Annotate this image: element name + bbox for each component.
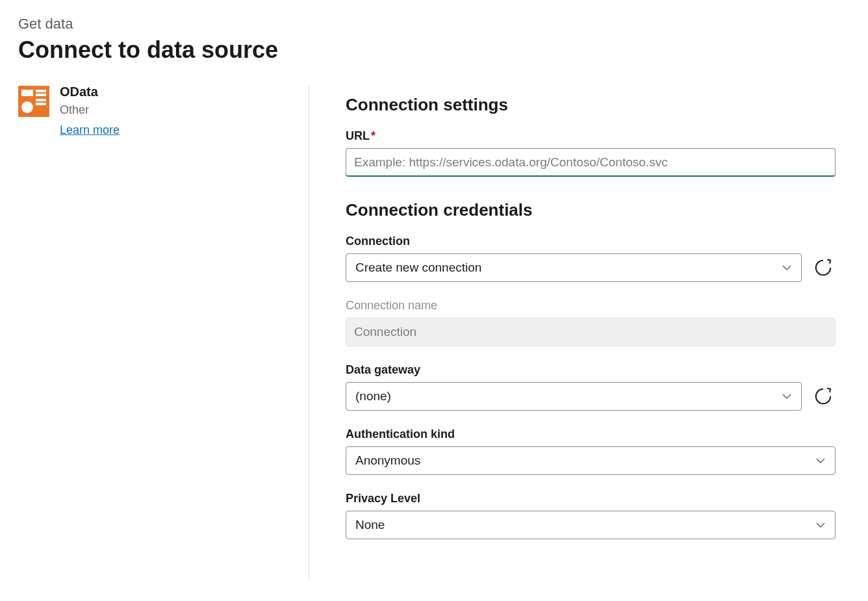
breadcrumb: Get data xyxy=(18,16,850,32)
connection-refresh-button[interactable] xyxy=(811,255,836,280)
privacy-level-select[interactable]: None xyxy=(346,511,836,539)
chevron-down-icon xyxy=(815,520,826,530)
chevron-down-icon xyxy=(782,391,792,402)
connection-settings-heading: Connection settings xyxy=(346,95,836,115)
svg-point-6 xyxy=(21,101,33,113)
auth-kind-label: Authentication kind xyxy=(346,428,836,441)
connector-category: Other xyxy=(60,103,120,117)
refresh-icon xyxy=(813,258,833,277)
connection-name-label: Connection name xyxy=(346,299,836,313)
form-panel: Connection settings URL* Connection cred… xyxy=(309,86,850,580)
url-label: URL* xyxy=(346,129,836,143)
svg-rect-3 xyxy=(36,94,46,96)
learn-more-link[interactable]: Learn more xyxy=(60,123,120,137)
connection-select[interactable]: Create new connection xyxy=(346,253,802,282)
svg-rect-4 xyxy=(36,99,46,101)
data-gateway-refresh-button[interactable] xyxy=(811,384,836,409)
connector-name: OData xyxy=(60,84,120,99)
connection-name-input xyxy=(346,318,836,346)
connector-panel: OData Other Learn more xyxy=(18,86,309,580)
url-input[interactable] xyxy=(346,148,836,177)
connection-credentials-heading: Connection credentials xyxy=(346,200,836,220)
page-title: Connect to data source xyxy=(18,36,850,64)
auth-kind-select[interactable]: Anonymous xyxy=(346,446,836,475)
privacy-level-select-value: None xyxy=(355,518,385,532)
connection-label: Connection xyxy=(346,235,836,248)
data-gateway-select-value: (none) xyxy=(355,389,391,403)
data-gateway-select[interactable]: (none) xyxy=(346,382,802,411)
required-indicator: * xyxy=(371,129,376,142)
data-gateway-label: Data gateway xyxy=(346,363,836,377)
refresh-icon xyxy=(813,387,833,406)
auth-kind-select-value: Anonymous xyxy=(355,454,420,468)
svg-rect-2 xyxy=(36,90,46,92)
svg-rect-5 xyxy=(36,103,46,105)
svg-rect-1 xyxy=(21,90,33,96)
privacy-level-label: Privacy Level xyxy=(346,492,836,505)
chevron-down-icon xyxy=(782,262,792,273)
connection-select-value: Create new connection xyxy=(355,261,481,275)
odata-connector-icon xyxy=(18,86,49,117)
url-label-text: URL xyxy=(346,129,370,142)
chevron-down-icon xyxy=(815,455,826,466)
